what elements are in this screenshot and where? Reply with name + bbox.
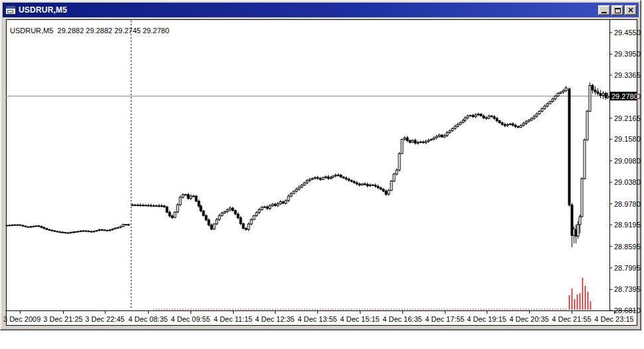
price-tick-label: 28.9195: [614, 221, 641, 229]
time-tick-label: 4 Dec 08:35: [128, 315, 167, 323]
price-tick-label: 29.3365: [614, 71, 641, 79]
time-tick-label: 3 Dec 2009: [3, 315, 40, 323]
time-tick-label: 4 Dec 12:35: [255, 315, 294, 323]
time-tick-label: 4 Dec 21:55: [552, 315, 591, 323]
price-tick-label: 29.1580: [614, 135, 641, 143]
price-tick-label: 29.0980: [614, 157, 641, 165]
price-tick-label: 28.6810: [614, 306, 641, 314]
time-axis[interactable]: 3 Dec 20093 Dec 21:253 Dec 22:454 Dec 08…: [3, 311, 634, 323]
price-tick-label: 29.0380: [614, 178, 641, 186]
price-axis[interactable]: 29.455029.395029.336529.278029.216529.15…: [5, 20, 641, 314]
time-tick-label: 4 Dec 20:35: [509, 315, 548, 323]
price-tick-label: 28.7395: [614, 285, 641, 293]
price-tick-label: 29.3950: [614, 50, 641, 58]
time-tick-label: 4 Dec 17:55: [425, 315, 464, 323]
price-tick-label: 29.4550: [614, 29, 641, 37]
time-tick-label: 4 Dec 13:55: [297, 315, 337, 323]
price-tick-label: 28.9780: [614, 200, 641, 208]
info-symbol: USDRUR,M5: [10, 27, 53, 35]
time-tick-label: 4 Dec 19:15: [467, 315, 506, 323]
chart-canvas[interactable]: 29.455029.395029.336529.278029.216529.15…: [0, 0, 644, 349]
price-tick-label: 28.7995: [614, 264, 641, 272]
candles-layer: [6, 82, 609, 247]
time-tick-label: 3 Dec 22:45: [85, 315, 124, 323]
current-price-label: 29.2780: [611, 92, 638, 100]
time-tick-label: 4 Dec 09:55: [171, 315, 210, 323]
volume-layer: [154, 278, 591, 310]
time-tick-label: 4 Dec 23:15: [594, 315, 633, 323]
time-tick-label: 4 Dec 11:15: [214, 315, 253, 323]
time-tick-label: 4 Dec 16:35: [382, 315, 422, 323]
ohlc-info-line: USDRUR,M5 29.2882 29.2882 29.2745 29.278…: [10, 27, 169, 35]
time-tick-label: 3 Dec 21:25: [43, 315, 82, 323]
price-tick-label: 28.8595: [614, 243, 641, 251]
price-tick-label: 29.2165: [614, 114, 641, 122]
info-ohlc-values: 29.2882 29.2882 29.2745 29.2780: [58, 27, 169, 35]
time-tick-label: 4 Dec 15:15: [340, 315, 379, 323]
